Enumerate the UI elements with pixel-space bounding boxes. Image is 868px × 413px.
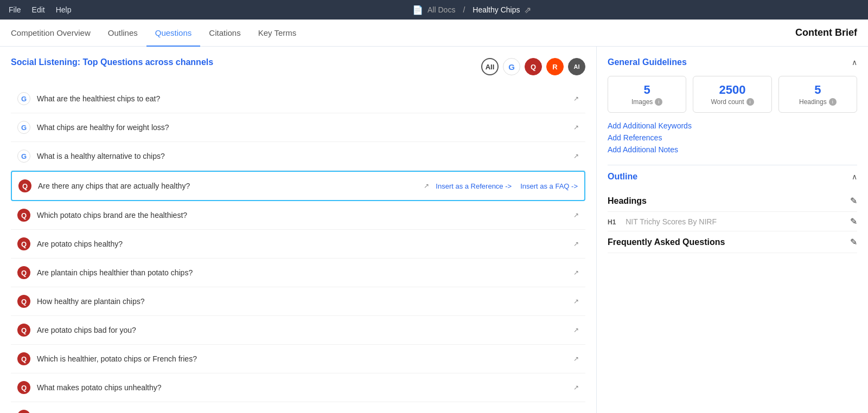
filter-reddit[interactable]: R bbox=[546, 58, 564, 75]
guidelines-collapse-icon[interactable]: ∧ bbox=[852, 58, 857, 67]
quora-icon: Q bbox=[17, 352, 30, 365]
question-row[interactable]: Q Which is healthier, potato chips or Fr… bbox=[11, 345, 585, 373]
question-row[interactable]: Q Are potato chips bad for you? ↗ bbox=[11, 316, 585, 345]
question-text: Are there any chips that are actually he… bbox=[38, 182, 415, 190]
main-layout: Social Listening: Top Questions across c… bbox=[0, 47, 868, 413]
insert-as-faq-link[interactable]: Insert as a FAQ -> bbox=[520, 182, 578, 190]
outline-h1-text: NIT Trichy Scores By NIRF bbox=[626, 217, 717, 226]
action-links: Add Additional Keywords Add References A… bbox=[608, 121, 857, 154]
filter-buttons: All G Q R AI bbox=[481, 58, 585, 75]
quora-icon: Q bbox=[17, 410, 30, 413]
question-text: Are potato chips bad for you? bbox=[37, 326, 565, 334]
google-icon: G bbox=[17, 150, 30, 163]
tab-outlines[interactable]: Outlines bbox=[99, 20, 146, 47]
tab-citations[interactable]: Citations bbox=[200, 20, 249, 47]
right-panel: General Guidelines ∧ 5 Images i 2500 Wor… bbox=[597, 47, 868, 413]
nav-tabs: Competition Overview Outlines Questions … bbox=[0, 20, 868, 47]
question-row[interactable]: G What chips are healthy for weight loss… bbox=[11, 113, 585, 142]
question-row[interactable]: Q How healthy are plantain chips? ↗ bbox=[11, 287, 585, 316]
filter-ai[interactable]: AI bbox=[568, 58, 585, 75]
menu-file[interactable]: File bbox=[9, 5, 21, 14]
outline-collapse-icon[interactable]: ∧ bbox=[852, 172, 857, 181]
stat-images: 5 Images i bbox=[608, 76, 686, 113]
menu-left: File Edit Help bbox=[9, 5, 71, 14]
content-brief-title: Content Brief bbox=[795, 27, 857, 38]
external-link-icon[interactable]: ↗ bbox=[573, 152, 579, 160]
add-notes-link[interactable]: Add Additional Notes bbox=[608, 145, 857, 154]
tab-competition-overview[interactable]: Competition Overview bbox=[11, 20, 99, 47]
external-link-icon[interactable]: ↗ bbox=[573, 95, 579, 102]
outline-headings-row: Headings ✎ bbox=[608, 190, 857, 212]
external-link-icon[interactable]: ↗ bbox=[573, 240, 579, 248]
external-link-icon[interactable]: ↗ bbox=[573, 326, 579, 334]
filter-all[interactable]: All bbox=[481, 58, 499, 75]
external-link-icon[interactable]: ↗ bbox=[573, 269, 579, 276]
quora-icon: Q bbox=[17, 381, 30, 394]
question-row[interactable]: Q Are potato chips healthy? ↗ bbox=[11, 230, 585, 259]
share-icon[interactable]: ⇗ bbox=[524, 5, 531, 15]
outline-header: Outline ∧ bbox=[608, 172, 857, 182]
doc-icon: 📄 bbox=[412, 5, 423, 15]
stat-headings: 5 Headings i bbox=[778, 76, 857, 113]
breadcrumb: 📄 All Docs / Healthy Chips ⇗ bbox=[84, 5, 859, 15]
question-row[interactable]: Q What makes potato chips unhealthy? ↗ bbox=[11, 373, 585, 402]
outline-h1-content: H1 NIT Trichy Scores By NIRF bbox=[608, 217, 717, 226]
wordcount-info-icon[interactable]: i bbox=[746, 98, 754, 106]
headings-info-icon[interactable]: i bbox=[829, 98, 837, 106]
google-icon: G bbox=[17, 92, 30, 105]
menu-edit[interactable]: Edit bbox=[32, 5, 45, 14]
filter-quora[interactable]: Q bbox=[525, 58, 542, 75]
images-info-icon[interactable]: i bbox=[655, 98, 662, 106]
quora-icon: Q bbox=[17, 295, 30, 308]
social-listening-title: Social Listening: Top Questions across c… bbox=[11, 57, 213, 67]
question-row[interactable]: Q Why are kettle-cooked chips better tha… bbox=[11, 402, 585, 413]
insert-as-reference-link[interactable]: Insert as a Reference -> bbox=[436, 182, 512, 190]
headings-edit-icon[interactable]: ✎ bbox=[850, 196, 857, 206]
headings-label: Headings i bbox=[788, 98, 848, 106]
menu-help[interactable]: Help bbox=[56, 5, 72, 14]
question-row[interactable]: G What are the healthiest chips to eat? … bbox=[11, 85, 585, 113]
breadcrumb-sep: / bbox=[463, 5, 465, 14]
section-header: Social Listening: Top Questions across c… bbox=[11, 57, 585, 76]
external-link-icon[interactable]: ↗ bbox=[424, 182, 429, 190]
menu-bar: File Edit Help 📄 All Docs / Healthy Chip… bbox=[0, 0, 868, 20]
outline-h1-row: H1 NIT Trichy Scores By NIRF ✎ bbox=[608, 212, 857, 231]
guidelines-header: General Guidelines ∧ bbox=[608, 57, 857, 67]
question-text: What makes potato chips unhealthy? bbox=[37, 383, 565, 392]
question-row-selected[interactable]: Q Are there any chips that are actually … bbox=[11, 171, 585, 201]
quora-icon: Q bbox=[17, 237, 30, 250]
question-text: Which potato chips brand are the healthi… bbox=[37, 211, 565, 220]
faq-edit-icon[interactable]: ✎ bbox=[850, 237, 857, 247]
quora-icon: Q bbox=[17, 209, 30, 222]
add-keywords-link[interactable]: Add Additional Keywords bbox=[608, 121, 857, 130]
insert-actions: Insert as a Reference -> Insert as a FAQ… bbox=[436, 182, 578, 190]
breadcrumb-alldocs[interactable]: All Docs bbox=[427, 5, 455, 14]
add-references-link[interactable]: Add References bbox=[608, 133, 857, 142]
wordcount-label: Word count i bbox=[702, 98, 762, 106]
external-link-icon[interactable]: ↗ bbox=[573, 355, 579, 363]
question-text: What chips are healthy for weight loss? bbox=[37, 123, 565, 132]
question-row[interactable]: G What is a healthy alternative to chips… bbox=[11, 142, 585, 171]
quora-icon: Q bbox=[17, 324, 30, 337]
question-row[interactable]: Q Are plantain chips healthier than pota… bbox=[11, 259, 585, 287]
question-text: What is a healthy alternative to chips? bbox=[37, 152, 565, 160]
stat-wordcount: 2500 Word count i bbox=[693, 76, 771, 113]
external-link-icon[interactable]: ↗ bbox=[573, 298, 579, 305]
headings-value: 5 bbox=[788, 83, 848, 97]
external-link-icon[interactable]: ↗ bbox=[573, 124, 579, 131]
filter-google[interactable]: G bbox=[503, 58, 520, 75]
outline-faq-label: Frequently Asked Questions bbox=[608, 237, 725, 247]
left-panel: Social Listening: Top Questions across c… bbox=[0, 47, 597, 413]
section-divider bbox=[608, 165, 857, 165]
h1-edit-icon[interactable]: ✎ bbox=[850, 216, 857, 227]
guidelines-title: General Guidelines bbox=[608, 57, 687, 67]
tab-questions[interactable]: Questions bbox=[146, 20, 201, 47]
tab-key-terms[interactable]: Key Terms bbox=[250, 20, 305, 47]
external-link-icon[interactable]: ↗ bbox=[573, 384, 579, 391]
images-label: Images i bbox=[617, 98, 677, 106]
external-link-icon[interactable]: ↗ bbox=[573, 211, 579, 219]
question-text: Are plantain chips healthier than potato… bbox=[37, 268, 565, 277]
question-row[interactable]: Q Which potato chips brand are the healt… bbox=[11, 201, 585, 230]
wordcount-value: 2500 bbox=[702, 83, 762, 97]
outline-faq-row: Frequently Asked Questions ✎ bbox=[608, 231, 857, 253]
